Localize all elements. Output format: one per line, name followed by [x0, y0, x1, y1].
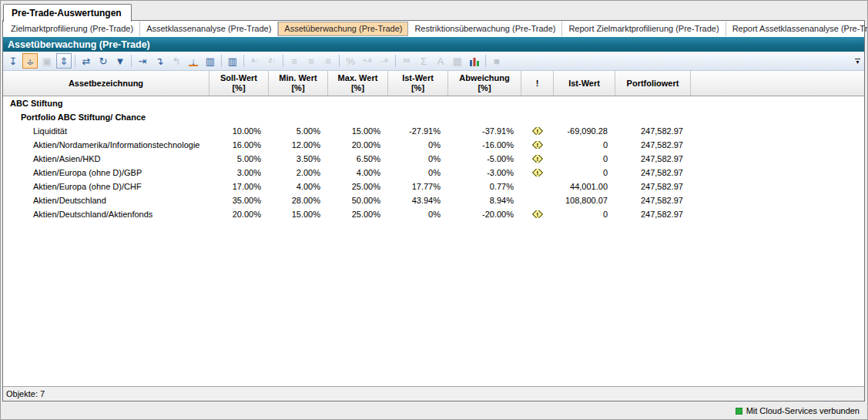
column-header-max[interactable]: Max. Wert[%]: [328, 71, 388, 96]
freeze-columns-icon[interactable]: ▥: [225, 53, 240, 69]
cell-min: 5.00%: [269, 126, 328, 136]
object-count-label: Objekte: 7: [6, 389, 45, 398]
cell-soll: 20.00%: [209, 210, 269, 219]
import-rows-icon[interactable]: ↧: [5, 53, 21, 69]
toolbar-separator: [221, 55, 222, 67]
column-header-soll[interactable]: Soll-Wert[%]: [209, 71, 269, 96]
histogram-arrow-icon[interactable]: ▥: [203, 53, 218, 69]
column-header-label: Abweichung: [459, 73, 509, 83]
refresh-icon[interactable]: ↻: [96, 53, 111, 69]
toolbar-separator: [283, 55, 283, 67]
cell-max: 6.50%: [328, 154, 388, 163]
toolbar-overflow-button[interactable]: ▼: [853, 55, 863, 68]
toolbar-separator: [243, 55, 244, 67]
cell-ist_pct: 0%: [388, 140, 448, 150]
cell-ist_pct: 43.94%: [388, 196, 448, 205]
warning-icon: !: [532, 141, 543, 149]
subtab-report-assetklassenanalyse[interactable]: Report Assetklassenanalyse (Pre-Trade): [726, 22, 868, 36]
cell-pf: 247,582.97: [615, 154, 691, 163]
percent-format-icon: %: [343, 53, 358, 69]
column-header-abw[interactable]: Abweichung[%]: [448, 71, 521, 96]
subtab-bar: Zielmarktprofilierung (Pre-Trade)Assetkl…: [3, 21, 864, 37]
table-row[interactable]: Aktien/Nordamerika/Informationstechnolog…: [3, 138, 864, 152]
align-right-icon: ≡: [320, 53, 336, 69]
content-panel: Zielmarktprofilierung (Pre-Trade)Assetkl…: [2, 20, 865, 402]
column-header-label: Soll-Wert: [220, 73, 257, 83]
step-down-icon[interactable]: ↴: [152, 53, 167, 69]
cell-min: 2.00%: [269, 168, 328, 177]
sum-icon: Σ: [416, 53, 431, 69]
toolbar: ↧↔↕▣⇕⇄↻▼⇥↴↰↓▥▥A↓Z↓≡≡≡%+.0-.00‖ΣA▦■ ▼: [3, 52, 864, 71]
table-row[interactable]: Aktien/Deutschland/Aktienfonds20.00%15.0…: [3, 207, 864, 221]
cell-pf: 247,582.97: [615, 140, 691, 150]
toolbar-separator: [131, 55, 132, 67]
column-header-unit: [%]: [232, 83, 245, 93]
cell-max: 50.00%: [328, 196, 388, 205]
cell-soll: 5.00%: [209, 154, 269, 163]
warning-icon: !: [532, 169, 543, 176]
table-row[interactable]: Aktien/Asien/HKD5.00%3.50%6.50%0%-5.00%!…: [3, 152, 864, 166]
column-header-ist_pct[interactable]: Ist-Wert[%]: [388, 71, 448, 96]
subtab-zielmarktprofilierung[interactable]: Zielmarktprofilierung (Pre-Trade): [5, 22, 140, 36]
sort-asc-icon: A↓: [247, 53, 263, 69]
cell-assetbezeichnung: Aktien/Deutschland: [3, 196, 209, 205]
cell-assetbezeichnung: ABC Stiftung: [3, 99, 209, 108]
subtab-assetklassenanalyse[interactable]: Assetklassenanalyse (Pre-Trade): [140, 22, 278, 36]
cell-abw: 0.77%: [448, 182, 521, 191]
column-header-ist[interactable]: Ist-Wert: [554, 71, 615, 96]
chart-colored-icon[interactable]: [467, 53, 482, 69]
table-header: AssetbezeichnungSoll-Wert[%]Min. Wert[%]…: [3, 71, 864, 96]
toolbar-separator: [395, 55, 396, 67]
align-left-icon: ≡: [287, 53, 302, 69]
toolbar-separator: [485, 55, 486, 67]
cell-soll: 10.00%: [209, 126, 269, 136]
subtab-report-zielmarktprofilierung[interactable]: Report Zielmarktprofilierung (Pre-Trade): [562, 22, 726, 36]
column-header-label: Ist-Wert: [568, 79, 600, 89]
step-into-icon[interactable]: ⇥: [135, 53, 150, 69]
cell-assetbezeichnung: Portfolio ABC Stiftung/ Chance: [3, 113, 209, 122]
cell-warning: !: [521, 169, 554, 176]
tab-pre-trade-auswertungen[interactable]: Pre-Trade-Auswertungen: [3, 4, 132, 22]
status-bar: Mit Cloud-Services verbunden: [1, 402, 867, 419]
column-header-label: Portfoliowert: [627, 79, 679, 89]
expand-all-icon[interactable]: ↔↕: [22, 53, 38, 69]
stop-icon: ■: [489, 53, 504, 69]
table-body: ABC StiftungPortfolio ABC Stiftung/ Chan…: [3, 96, 864, 386]
table-row[interactable]: Aktien/Europa (ohne D)/CHF17.00%4.00%25.…: [3, 180, 864, 193]
column-header-label: Min. Wert: [279, 73, 317, 83]
column-header-warn[interactable]: !: [521, 71, 554, 96]
subtab-assetueberwachung[interactable]: Assetüberwachung (Pre-Trade): [278, 22, 408, 36]
column-width-icon[interactable]: ⇄: [79, 53, 94, 69]
column-header-min[interactable]: Min. Wert[%]: [269, 71, 328, 96]
add-decimal-icon: +.0: [360, 53, 375, 69]
table-row[interactable]: Aktien/Europa (ohne D)/GBP3.00%2.00%4.00…: [3, 166, 864, 180]
fit-height-icon[interactable]: ⇕: [56, 53, 72, 69]
table-row[interactable]: ABC Stiftung: [3, 96, 864, 110]
column-header-unit: [%]: [478, 83, 491, 93]
cell-ist: 0: [554, 154, 615, 163]
cell-assetbezeichnung: Aktien/Europa (ohne D)/CHF: [3, 182, 209, 191]
sort-desc-icon: Z↓: [264, 53, 280, 69]
subtab-restriktionsueberwachung[interactable]: Restriktionsüberwachung (Pre-Trade): [408, 22, 562, 36]
jump-down-icon[interactable]: ↓: [186, 53, 201, 69]
cell-min: 12.00%: [269, 140, 328, 150]
cell-soll: 16.00%: [209, 140, 269, 150]
column-header-unit: [%]: [351, 83, 364, 93]
cell-pf: 247,582.97: [615, 210, 691, 219]
filter-icon[interactable]: ▼: [112, 53, 128, 69]
cell-abw: 8.94%: [448, 196, 521, 205]
table-row[interactable]: Aktien/Deutschland35.00%28.00%50.00%43.9…: [3, 193, 864, 207]
cell-ist_pct: 0%: [388, 168, 448, 177]
scale-format-icon: 0‖: [399, 53, 414, 69]
table-row[interactable]: Liquidität10.00%5.00%15.00%-27.91%-37.91…: [3, 124, 864, 138]
cell-pf: 247,582.97: [615, 168, 691, 177]
cell-warning: !: [521, 155, 554, 163]
cloud-status-label: Mit Cloud-Services verbunden: [746, 406, 860, 415]
object-count-bar: Objekte: 7: [3, 386, 864, 401]
cell-pf: 247,582.97: [615, 182, 691, 191]
column-header-pf[interactable]: Portfoliowert: [615, 71, 691, 96]
table-row[interactable]: Portfolio ABC Stiftung/ Chance: [3, 110, 864, 124]
cell-abw: -16.00%: [448, 140, 521, 150]
column-header-name[interactable]: Assetbezeichnung: [3, 71, 209, 96]
cell-min: 3.50%: [269, 154, 328, 163]
